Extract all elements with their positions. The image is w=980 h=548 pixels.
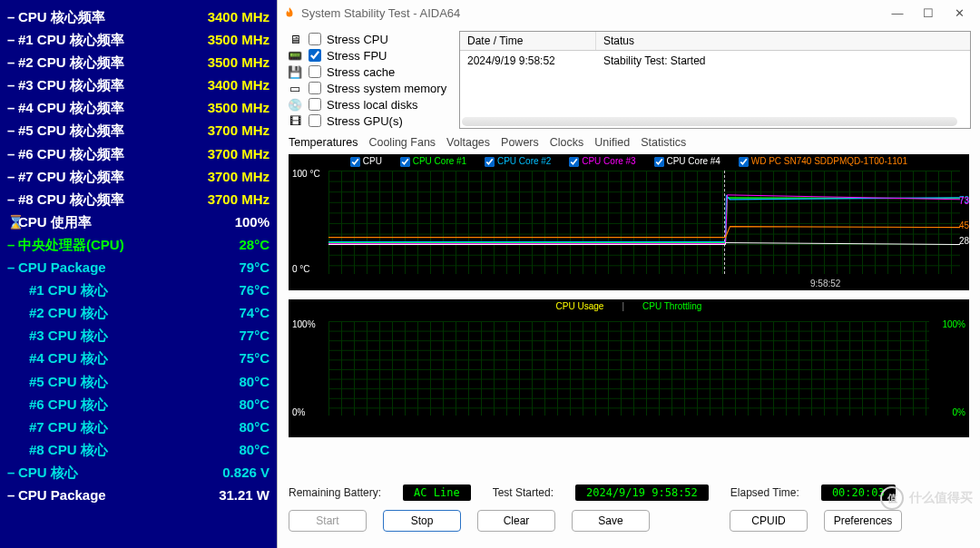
y-max-label: 100 °C	[292, 169, 320, 179]
stress-label: Stress local disks	[327, 98, 417, 112]
sensor-row: –CPU 核心0.826 V	[7, 461, 270, 484]
legend-item: CPU Usage	[556, 301, 604, 311]
legend-item[interactable]: CPU Core #3	[569, 156, 635, 167]
stress-label: Stress system memory	[327, 82, 446, 95]
battery-label: Remaining Battery:	[289, 486, 381, 499]
log-col-status[interactable]: Status	[596, 32, 970, 50]
stress-item: 💿Stress local disks	[287, 96, 450, 113]
y-min-l: 0%	[292, 407, 305, 417]
sensor-row: –#5 CPU 核心频率3700 MHz	[7, 119, 270, 142]
sensor-row: #6 CPU 核心80°C	[7, 393, 270, 416]
sensor-row: –CPU 核心频率3400 MHz	[7, 5, 270, 28]
stress-item: ▭Stress system memory	[287, 80, 450, 96]
stress-checkbox[interactable]	[309, 114, 321, 127]
tab-temperatures[interactable]: Temperatures	[289, 136, 358, 149]
started-label: Test Started:	[493, 486, 554, 499]
sensor-row: –#2 CPU 核心频率3500 MHz	[7, 51, 270, 73]
device-icon: 🎞	[287, 114, 303, 127]
sensor-row: –#6 CPU 核心频率3700 MHz	[7, 142, 270, 165]
status-line: Remaining Battery: AC Line Test Started:…	[289, 484, 969, 501]
series-value-label: 73	[959, 196, 969, 206]
sensor-row: –中央处理器(CPU)28°C	[7, 233, 270, 256]
tab-statistics[interactable]: Statistics	[641, 136, 686, 149]
device-icon: ▭	[287, 82, 303, 94]
sensor-row: –#8 CPU 核心频率3700 MHz	[7, 188, 270, 210]
start-button[interactable]: Start	[289, 510, 367, 532]
minimize-button[interactable]: —	[882, 3, 913, 23]
device-icon: 💾	[287, 65, 303, 78]
temperature-chart: CPU CPU Core #1 CPU Core #2 CPU Core #3 …	[289, 154, 969, 290]
stress-checkbox[interactable]	[309, 33, 321, 45]
stress-label: Stress cache	[327, 65, 395, 79]
device-icon: 🖥	[287, 33, 303, 45]
sensor-row: –#7 CPU 核心频率3700 MHz	[7, 165, 270, 188]
tab-powers[interactable]: Powers	[501, 136, 539, 149]
log-col-date[interactable]: Date / Time	[460, 32, 596, 50]
legend-item: CPU Throttling	[642, 301, 701, 311]
sensor-row: –#1 CPU 核心频率3500 MHz	[7, 28, 270, 51]
cpuid-button[interactable]: CPUID	[730, 510, 808, 532]
legend-item[interactable]: CPU	[350, 156, 382, 167]
stop-button[interactable]: Stop	[383, 510, 461, 532]
usage-chart: CPU Usage | CPU Throttling 100% 0% 100% …	[289, 299, 969, 437]
x-time-label: 9:58:52	[810, 279, 840, 289]
tabs: TemperaturesCooling FansVoltagesPowersCl…	[278, 132, 980, 149]
save-button[interactable]: Save	[572, 510, 650, 532]
watermark: 值 什么值得买	[880, 486, 973, 510]
tab-unified[interactable]: Unified	[594, 136, 630, 149]
sensor-row: #5 CPU 核心80°C	[7, 370, 270, 393]
clear-button[interactable]: Clear	[477, 510, 555, 532]
series-value-label: 45	[959, 220, 969, 230]
titlebar: System Stability Test - AIDA64 — ☐ ✕	[278, 0, 980, 25]
preferences-button[interactable]: Preferences	[824, 510, 902, 532]
sensor-row: #1 CPU 核心76°C	[7, 279, 270, 301]
stress-label: Stress GPU(s)	[327, 114, 403, 128]
stress-checkbox[interactable]	[309, 49, 321, 62]
sensor-row: –CPU Package31.21 W	[7, 484, 270, 506]
sensor-row: ⌛CPU 使用率100%	[7, 210, 270, 233]
stress-label: Stress FPU	[327, 49, 387, 63]
maximize-button[interactable]: ☐	[913, 3, 944, 23]
flame-icon	[283, 6, 296, 19]
sensor-row: #4 CPU 核心75°C	[7, 347, 270, 369]
tab-cooling-fans[interactable]: Cooling Fans	[368, 136, 436, 149]
stress-label: Stress CPU	[327, 33, 388, 46]
log-row[interactable]: 2024/9/19 9:58:52Stability Test: Started	[460, 54, 970, 68]
tab-voltages[interactable]: Voltages	[446, 136, 490, 149]
y-min-r: 0%	[953, 407, 965, 417]
legend-item[interactable]: CPU Core #4	[654, 156, 720, 167]
stress-item: 💾Stress cache	[287, 64, 450, 80]
aida64-window: System Stability Test - AIDA64 — ☐ ✕ 🖥St…	[277, 0, 980, 548]
stress-checkbox[interactable]	[309, 65, 321, 78]
y-max-l: 100%	[292, 319, 316, 329]
device-icon: 📟	[287, 49, 303, 62]
log-panel: Date / Time Status 2024/9/19 9:58:52Stab…	[459, 31, 971, 129]
y-min-label: 0 °C	[292, 264, 310, 274]
stress-checkbox[interactable]	[309, 82, 321, 94]
sensor-row: #2 CPU 核心74°C	[7, 301, 270, 324]
started-value: 2024/9/19 9:58:52	[575, 484, 709, 501]
log-scrollbar[interactable]	[462, 117, 957, 126]
sensor-row: #3 CPU 核心77°C	[7, 324, 270, 347]
stress-item: 📟Stress FPU	[287, 47, 450, 64]
legend-item[interactable]: WD PC SN740 SDDPMQD-1T00-1101	[739, 156, 907, 167]
sensor-panel: –CPU 核心频率3400 MHz–#1 CPU 核心频率3500 MHz–#2…	[0, 0, 277, 548]
tab-clocks[interactable]: Clocks	[550, 136, 584, 149]
close-button[interactable]: ✕	[944, 3, 975, 23]
sensor-row: –#3 CPU 核心频率3400 MHz	[7, 73, 270, 96]
stress-item: 🎞Stress GPU(s)	[287, 113, 450, 129]
sensor-row: #7 CPU 核心80°C	[7, 416, 270, 438]
battery-value: AC Line	[403, 484, 471, 501]
stress-item: 🖥Stress CPU	[287, 31, 450, 47]
elapsed-label: Elapsed Time:	[730, 486, 799, 499]
sensor-row: #8 CPU 核心80°C	[7, 438, 270, 461]
window-title: System Stability Test - AIDA64	[301, 6, 882, 20]
stress-checkbox[interactable]	[309, 98, 321, 111]
stress-list: 🖥Stress CPU📟Stress FPU💾Stress cache▭Stre…	[287, 31, 450, 129]
legend-item[interactable]: CPU Core #1	[400, 156, 466, 167]
sensor-row: –#4 CPU 核心频率3500 MHz	[7, 96, 270, 119]
sensor-row: –CPU Package79°C	[7, 256, 270, 279]
series-value-label: 28	[959, 236, 969, 246]
y-max-r: 100%	[942, 319, 965, 329]
legend-item[interactable]: CPU Core #2	[485, 156, 551, 167]
